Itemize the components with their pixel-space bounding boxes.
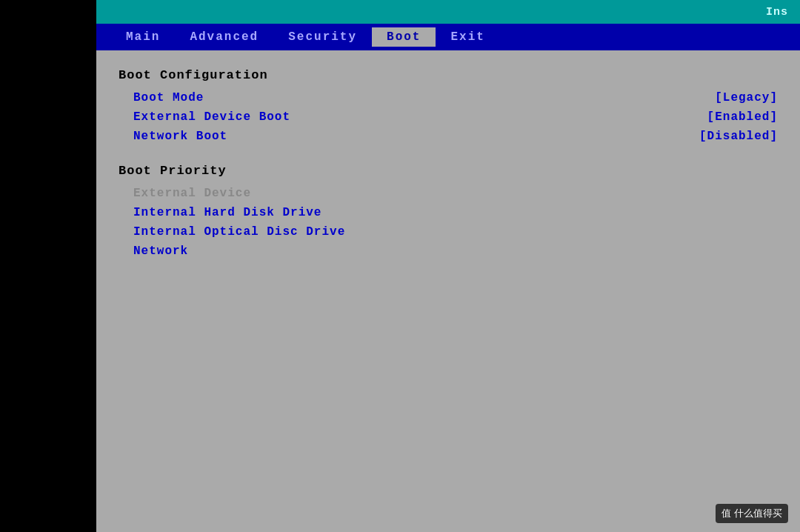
nav-bar: Main Advanced Security Boot Exit [96,24,800,50]
boot-configuration-section: Boot Configuration Boot Mode [Legacy] Ex… [119,68,778,146]
section-gap [119,146,778,161]
nav-exit[interactable]: Exit [436,27,499,47]
internal-hdd-label: Internal Hard Disk Drive [133,206,321,219]
top-bar: Ins [96,0,800,24]
internal-hdd-item[interactable]: Internal Hard Disk Drive [119,203,778,222]
top-bar-text: Ins [766,6,788,19]
main-content: Boot Configuration Boot Mode [Legacy] Ex… [96,50,800,532]
external-device-boot-label: External Device Boot [133,110,290,124]
boot-mode-label: Boot Mode [133,91,204,104]
watermark: 值 什么值得买 [716,504,788,523]
external-device-boot-item[interactable]: External Device Boot [Enabled] [119,107,778,127]
network-boot-label: Network Boot [133,130,227,143]
internal-odd-item[interactable]: Internal Optical Disc Drive [119,222,778,242]
network-boot-item[interactable]: Network Boot [Disabled] [119,127,778,146]
boot-configuration-header: Boot Configuration [119,68,778,82]
left-border [0,0,96,532]
network-boot-value: [Disabled] [699,130,778,143]
external-device-item[interactable]: External Device [119,184,778,203]
bios-screen: Ins Main Advanced Security Boot Exit Boo… [96,0,800,532]
boot-mode-value: [Legacy] [715,91,778,104]
nav-boot[interactable]: Boot [372,27,436,47]
nav-security[interactable]: Security [273,27,372,47]
nav-main[interactable]: Main [111,27,175,47]
network-item[interactable]: Network [119,242,778,261]
nav-advanced[interactable]: Advanced [175,27,273,47]
internal-odd-label: Internal Optical Disc Drive [133,225,345,239]
boot-mode-item[interactable]: Boot Mode [Legacy] [119,88,778,107]
boot-priority-header: Boot Priority [119,164,778,178]
network-label: Network [133,245,188,258]
boot-priority-section: Boot Priority External Device Internal H… [119,164,778,261]
external-device-boot-value: [Enabled] [707,110,778,124]
external-device-label: External Device [133,187,251,200]
